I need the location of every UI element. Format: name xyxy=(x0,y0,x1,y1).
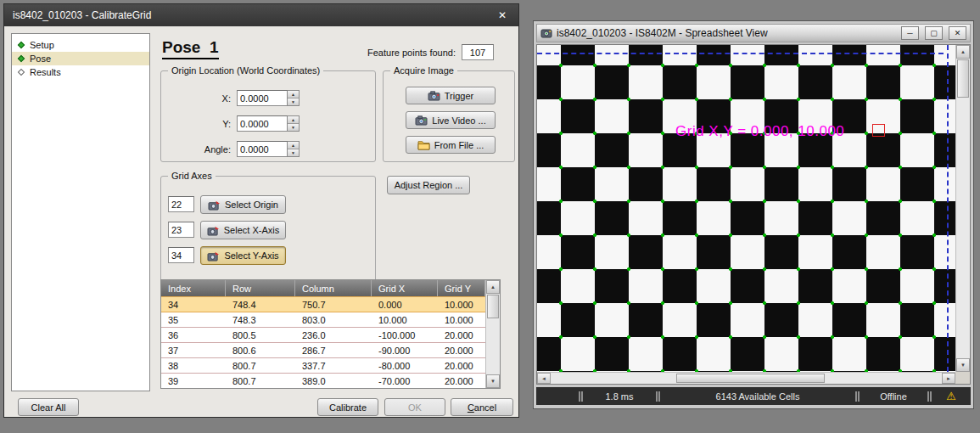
angle-spinner[interactable]: ▲ ▼ xyxy=(288,141,300,157)
table-row[interactable]: 35 748.3 803.0 10.000 10.000 xyxy=(161,312,485,328)
table-row[interactable]: 36 800.5 236.0 -100.000 20.000 xyxy=(161,328,485,343)
y-input[interactable] xyxy=(237,115,288,132)
tree-item-label: Pose xyxy=(30,53,51,64)
scrollbar-thumb[interactable] xyxy=(487,295,499,318)
scrollbar-track[interactable] xyxy=(486,319,500,374)
window-title: is8402_010203 - IS8402M - Spreadsheet Vi… xyxy=(557,27,895,39)
tree-item-pose[interactable]: Pose xyxy=(12,52,149,65)
y-axis-index-input[interactable] xyxy=(168,247,194,263)
cell-row: 748.4 xyxy=(226,297,295,312)
scrollbar-track[interactable] xyxy=(956,98,970,358)
horizontal-scrollbar[interactable]: ◄ ► xyxy=(537,372,955,384)
select-x-axis-button[interactable]: Select X-Axis xyxy=(200,221,286,239)
table-row[interactable]: 39 800.7 389.0 -70.000 20.000 xyxy=(161,374,485,388)
button-label: Adjust Region ... xyxy=(395,180,463,190)
status-available-cells: 6143 Available Cells xyxy=(660,387,855,405)
table-scrollbar[interactable]: ▲ ▼ xyxy=(485,280,500,388)
close-icon[interactable]: ✕ xyxy=(949,26,966,40)
scrollbar-thumb[interactable] xyxy=(676,374,825,383)
cell-grid-x: 10.000 xyxy=(372,312,438,327)
button-label: Select Origin xyxy=(225,200,278,210)
table-row[interactable]: 34 748.4 750.7 0.000 10.000 xyxy=(161,296,485,312)
scrollbar-track[interactable] xyxy=(551,373,942,384)
calibrategrid-titlebar[interactable]: is8402_010203 - CalibrateGrid ✕ xyxy=(4,4,518,26)
cell-grid-x: -90.000 xyxy=(372,343,438,357)
clear-all-button[interactable]: Clear All xyxy=(18,398,79,416)
adjust-region-button[interactable]: Adjust Region ... xyxy=(387,176,470,194)
scroll-left-icon[interactable]: ◄ xyxy=(537,373,551,384)
spreadsheet-titlebar[interactable]: is8402_010203 - IS8402M - Spreadsheet Vi… xyxy=(536,24,971,42)
calibrategrid-window: is8402_010203 - CalibrateGrid ✕ Setup Po… xyxy=(3,3,519,418)
spin-up-icon[interactable]: ▲ xyxy=(288,142,299,149)
warning-icon[interactable]: ⚠ xyxy=(932,387,971,405)
cell-index: 37 xyxy=(161,343,226,357)
minimize-icon[interactable]: ─ xyxy=(901,26,919,40)
scroll-down-icon[interactable]: ▼ xyxy=(956,358,970,372)
close-icon[interactable]: ✕ xyxy=(495,9,510,21)
vertical-scrollbar[interactable]: ▲ ▼ xyxy=(955,45,970,372)
scroll-right-icon[interactable]: ► xyxy=(942,373,955,384)
cell-grid-y: 20.000 xyxy=(438,374,485,388)
camera-pointer-icon xyxy=(208,200,221,211)
spreadsheet-window: is8402_010203 - IS8402M - Spreadsheet Vi… xyxy=(533,20,974,409)
live-video-button[interactable]: Live Video ... xyxy=(406,111,496,129)
cell-grid-x: -80.000 xyxy=(372,358,438,373)
angle-label: Angle: xyxy=(170,144,231,155)
spin-up-icon[interactable]: ▲ xyxy=(288,91,299,98)
spin-down-icon[interactable]: ▼ xyxy=(288,98,299,105)
cell-grid-x: -100.000 xyxy=(372,328,438,342)
cell-row: 800.7 xyxy=(226,358,295,373)
cell-index: 36 xyxy=(161,328,226,342)
x-spinner[interactable]: ▲ ▼ xyxy=(288,90,300,106)
col-row: Row xyxy=(226,280,295,296)
scroll-up-icon[interactable]: ▲ xyxy=(956,45,970,59)
select-y-axis-button[interactable]: Select Y-Axis xyxy=(200,246,286,265)
image-viewport[interactable]: Grid X,Y = 0.000, 10.000 xyxy=(537,45,955,372)
spin-down-icon[interactable]: ▼ xyxy=(288,149,299,156)
ok-button[interactable]: OK xyxy=(384,398,445,416)
cell-column: 286.7 xyxy=(295,343,372,357)
y-spinner[interactable]: ▲ ▼ xyxy=(288,115,300,132)
from-file-button[interactable]: From File ... xyxy=(406,136,496,154)
x-input[interactable] xyxy=(237,90,288,106)
green-diamond-icon xyxy=(18,42,25,48)
cell-grid-y: 20.000 xyxy=(438,343,485,357)
cell-column: 337.7 xyxy=(295,358,372,373)
image-area: Grid X,Y = 0.000, 10.000 ▲ ▼ ◄ ► xyxy=(536,44,971,385)
table-row[interactable]: 37 800.6 286.7 -90.000 20.000 xyxy=(161,343,485,358)
table-row[interactable]: 38 800.7 337.7 -80.000 20.000 xyxy=(161,358,485,374)
status-segment-empty xyxy=(536,387,579,405)
button-label: Cancel xyxy=(468,402,496,413)
app-icon xyxy=(540,27,552,39)
col-grid-y: Grid Y xyxy=(438,280,485,296)
cell-row: 800.6 xyxy=(226,343,295,357)
origin-index-input[interactable] xyxy=(168,196,194,212)
scrollbar-thumb[interactable] xyxy=(957,59,969,98)
button-label: Live Video ... xyxy=(432,115,485,126)
scroll-up-icon[interactable]: ▲ xyxy=(486,280,500,294)
calibrate-button[interactable]: Calibrate xyxy=(317,398,378,416)
col-column: Column xyxy=(295,280,372,296)
feature-points-label: Feature points found: xyxy=(310,48,456,58)
cell-column: 389.0 xyxy=(295,374,372,388)
tree-item-results[interactable]: Results xyxy=(12,65,149,79)
angle-input[interactable] xyxy=(237,141,288,157)
camera-icon xyxy=(415,115,428,126)
spin-down-icon[interactable]: ▼ xyxy=(288,123,299,131)
cell-grid-y: 10.000 xyxy=(438,312,485,327)
trigger-button[interactable]: Trigger xyxy=(406,87,496,104)
cell-index: 34 xyxy=(161,297,226,312)
cell-row: 800.7 xyxy=(226,374,295,388)
cancel-button[interactable]: Cancel xyxy=(451,398,513,416)
grid-coordinate-overlay: Grid X,Y = 0.000, 10.000 xyxy=(675,123,844,140)
scroll-down-icon[interactable]: ▼ xyxy=(486,374,500,388)
maximize-icon[interactable]: ▢ xyxy=(925,26,943,40)
x-axis-index-input[interactable] xyxy=(168,222,194,238)
button-label: Trigger xyxy=(445,91,473,101)
select-origin-button[interactable]: Select Origin xyxy=(200,195,286,214)
tree-item-setup[interactable]: Setup xyxy=(12,38,149,52)
cell-column: 803.0 xyxy=(295,312,372,327)
scrollbar-corner xyxy=(955,372,970,384)
cell-column: 236.0 xyxy=(295,328,372,342)
spin-up-icon[interactable]: ▲ xyxy=(288,116,299,123)
